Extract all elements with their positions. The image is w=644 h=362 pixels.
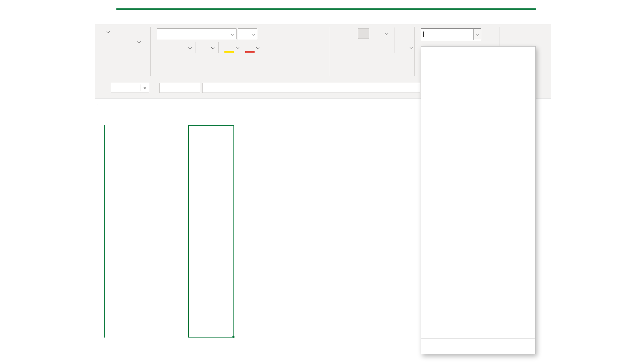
chevron-down-icon[interactable] [385, 32, 388, 35]
spreadsheet-grid [98, 105, 98, 105]
fill-color-icon[interactable] [224, 42, 234, 51]
paste-button[interactable] [107, 28, 109, 33]
align-center-icon[interactable] [346, 44, 356, 51]
chevron-down-icon[interactable] [256, 46, 260, 49]
borders-icon[interactable] [200, 43, 210, 52]
text-cursor [423, 32, 424, 37]
more-number-formats-item[interactable] [421, 338, 535, 354]
fill-color-bar [224, 51, 234, 53]
divider [394, 27, 394, 53]
ribbon-tab-bar [95, 10, 551, 24]
align-bottom-icon[interactable] [358, 28, 369, 39]
chevron-down-icon [252, 32, 256, 36]
selected-rows-indicator [104, 125, 105, 338]
group-divider [150, 27, 151, 76]
chevron-down-icon [231, 32, 234, 36]
group-divider [499, 27, 499, 46]
chevron-down-icon[interactable] [236, 46, 239, 49]
chevron-down-icon [476, 33, 479, 36]
alignment-dialog-launcher-icon[interactable] [406, 74, 410, 78]
fill-handle[interactable] [232, 336, 235, 339]
clipboard-dialog-launcher-icon[interactable] [144, 74, 148, 78]
cut-icon[interactable] [126, 25, 137, 36]
align-right-icon[interactable] [358, 44, 367, 51]
divider [218, 42, 219, 53]
merge-center-icon[interactable] [397, 43, 408, 51]
number-format-combobox[interactable] [421, 28, 481, 40]
formula-buttons-box [159, 83, 200, 93]
font-name-select[interactable] [157, 28, 236, 39]
font-size-select[interactable] [238, 28, 257, 39]
font-color-button[interactable] [245, 42, 254, 51]
group-divider [330, 27, 330, 76]
align-top-icon[interactable] [334, 29, 343, 37]
chevron-down-icon[interactable] [410, 46, 413, 49]
bold-button[interactable] [159, 43, 167, 52]
increase-font-size-button[interactable] [260, 28, 271, 39]
chevron-down-icon[interactable] [138, 40, 141, 43]
font-dialog-launcher-icon[interactable] [324, 74, 328, 78]
name-box[interactable] [111, 83, 149, 93]
number-format-dropdown-button[interactable] [473, 29, 481, 40]
divider [196, 42, 196, 53]
underline-button[interactable] [179, 43, 187, 52]
chevron-down-icon[interactable] [189, 46, 192, 49]
number-format-menu [421, 46, 536, 354]
name-box-dropdown-icon[interactable] [144, 87, 146, 89]
conditional-formatting-icon[interactable] [508, 28, 521, 42]
chevron-down-icon[interactable] [107, 30, 110, 33]
chevron-down-icon[interactable] [211, 46, 215, 49]
format-painter-icon[interactable] [128, 48, 136, 57]
increase-indent-icon[interactable] [381, 44, 391, 51]
excel-window [95, 8, 551, 349]
font-color-bar [245, 51, 255, 53]
selection-range-border [188, 125, 234, 338]
wrap-text-button[interactable] [397, 27, 409, 38]
align-middle-icon[interactable] [346, 29, 356, 37]
formula-input[interactable] [202, 83, 420, 93]
copy-icon[interactable] [128, 37, 136, 46]
divider [141, 84, 141, 91]
italic-button[interactable] [169, 43, 177, 52]
group-divider [414, 27, 415, 76]
decrease-font-size-button[interactable] [274, 29, 285, 39]
align-left-icon[interactable] [334, 44, 343, 51]
text-orientation-button[interactable] [372, 29, 383, 38]
decrease-indent-icon[interactable] [369, 44, 379, 51]
